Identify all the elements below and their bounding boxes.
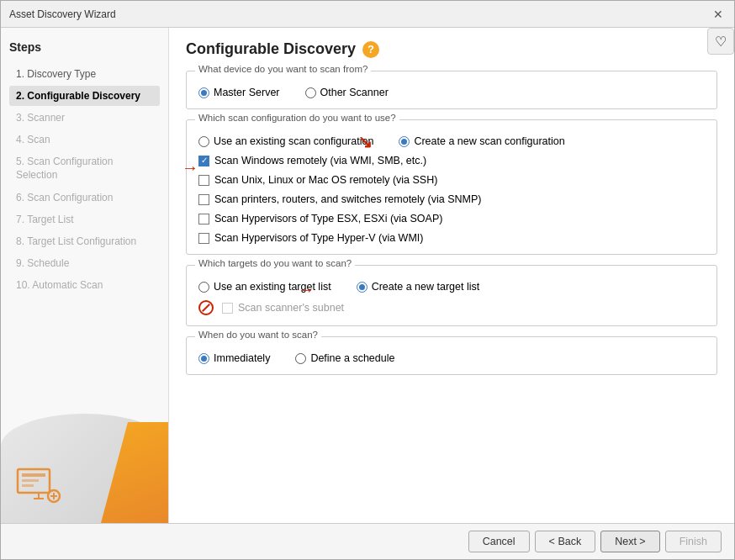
scan-unix-checkbox[interactable] [198,175,209,186]
immediately-option[interactable]: Immediately [198,352,270,364]
heart-button-container: ♡ [707,28,734,55]
scan-subnet-row[interactable]: Scan scanner's subnet [198,300,705,315]
use-existing-scan-config-radio[interactable] [198,136,209,147]
create-new-target-option[interactable]: Create a new target list [357,281,480,293]
svg-rect-1 [22,473,45,477]
checkbox-arrow: → [182,158,198,177]
master-server-radio[interactable] [198,87,209,98]
device-scan-options: Master Server Other Scanner [198,87,705,98]
targets-section: Which targets do you want to scan? → Use… [186,265,717,326]
sidebar-item-target-list-config[interactable]: 8. Target List Configuration [9,231,160,251]
heart-button[interactable]: ♡ [707,28,734,55]
sidebar-item-discovery-type[interactable]: 1. Discovery Type [9,64,160,84]
scan-hypervisors-esx-checkbox-row[interactable]: Scan Hypervisors of Type ESX, ESXi (via … [198,213,705,225]
main-header: Configurable Discovery ? [186,40,717,58]
scan-config-options: ↘ Use an existing scan configuration Cre… [198,135,705,147]
scan-hypervisors-hyperv-checkbox[interactable] [198,233,209,244]
next-button[interactable]: Next > [600,531,659,552]
other-scanner-option[interactable]: Other Scanner [305,87,389,98]
scan-config-section: Which scan configuration do you want to … [186,119,717,255]
sidebar-decoration [1,414,168,523]
svg-rect-3 [22,484,34,487]
page-title: Configurable Discovery [186,40,356,58]
targets-arrow: → [298,280,315,299]
immediately-radio[interactable] [198,353,209,364]
svg-rect-2 [22,479,39,482]
application-window: Asset Discovery Wizard ✕ Steps 1. Discov… [0,0,735,560]
sidebar-item-target-list[interactable]: 7. Target List [9,209,160,230]
master-server-option[interactable]: Master Server [198,87,280,98]
back-button[interactable]: < Back [535,531,596,552]
footer-bar: Cancel < Back Next > Finish [1,523,734,559]
scan-config-arrow: ↘ [358,132,373,152]
no-circle-icon [198,300,214,315]
scan-windows-checkbox-row[interactable]: Scan Windows remotely (via WMI, SMB, etc… [198,155,705,166]
use-existing-scan-config-option[interactable]: Use an existing scan configuration [198,135,373,147]
sidebar-item-scanner[interactable]: 3. Scanner [9,108,160,128]
define-schedule-radio[interactable] [295,353,306,364]
device-scan-label: What device do you want to scan from? [195,64,371,74]
schedule-section: When do you want to scan? Immediately De… [186,336,717,375]
sidebar-item-configurable-discovery[interactable]: 2. Configurable Discovery [9,86,160,106]
targets-options: → Use an existing target list Create a n… [198,281,705,293]
schedule-options: Immediately Define a schedule [198,352,705,364]
create-new-target-radio[interactable] [357,282,368,293]
window-title: Asset Discovery Wizard [9,8,116,20]
close-button[interactable]: ✕ [711,7,726,22]
scan-printers-checkbox[interactable] [198,194,209,205]
sidebar: Steps 1. Discovery Type 2. Configurable … [1,28,169,523]
decoration-icon [13,461,64,515]
sidebar-item-scan[interactable]: 4. Scan [9,129,160,150]
schedule-label: When do you want to scan? [195,330,321,340]
use-existing-target-radio[interactable] [198,282,209,293]
define-schedule-option[interactable]: Define a schedule [295,352,394,364]
scan-windows-checkbox[interactable] [198,156,209,166]
help-icon[interactable]: ? [362,41,379,58]
cancel-button[interactable]: Cancel [468,531,530,552]
sidebar-item-scan-configuration[interactable]: 6. Scan Configuration [9,188,160,208]
scan-hypervisors-hyperv-checkbox-row[interactable]: Scan Hypervisors of Type Hyper-V (via WM… [198,232,705,244]
scan-subnet-checkbox[interactable] [222,303,233,314]
sidebar-item-automatic-scan[interactable]: 10. Automatic Scan [9,275,160,295]
content-area: Steps 1. Discovery Type 2. Configurable … [1,28,734,523]
finish-button[interactable]: Finish [665,531,722,552]
create-new-scan-config-radio[interactable] [399,136,410,147]
sidebar-item-schedule[interactable]: 9. Schedule [9,253,160,273]
scan-printers-checkbox-row[interactable]: Scan printers, routers, and switches rem… [198,193,705,205]
other-scanner-radio[interactable] [305,87,316,98]
sidebar-item-scan-config-selection[interactable]: 5. Scan Configuration Selection [9,151,160,186]
targets-label: Which targets do you want to scan? [195,258,355,268]
scan-unix-checkbox-row[interactable]: Scan Unix, Linux or Mac OS remotely (via… [198,174,705,186]
scan-hypervisors-esx-checkbox[interactable] [198,214,209,225]
device-scan-section: What device do you want to scan from? Ma… [186,71,717,109]
create-new-scan-config-option[interactable]: Create a new scan configuration [399,135,564,147]
main-content: ♡ Configurable Discovery ? What device d… [169,28,734,523]
scan-config-label: Which scan configuration do you want to … [195,113,399,123]
scan-checkboxes-container: → Scan Windows remotely (via WMI, SMB, e… [198,155,705,244]
title-bar: Asset Discovery Wizard ✕ [1,1,734,28]
sidebar-heading: Steps [9,40,160,54]
